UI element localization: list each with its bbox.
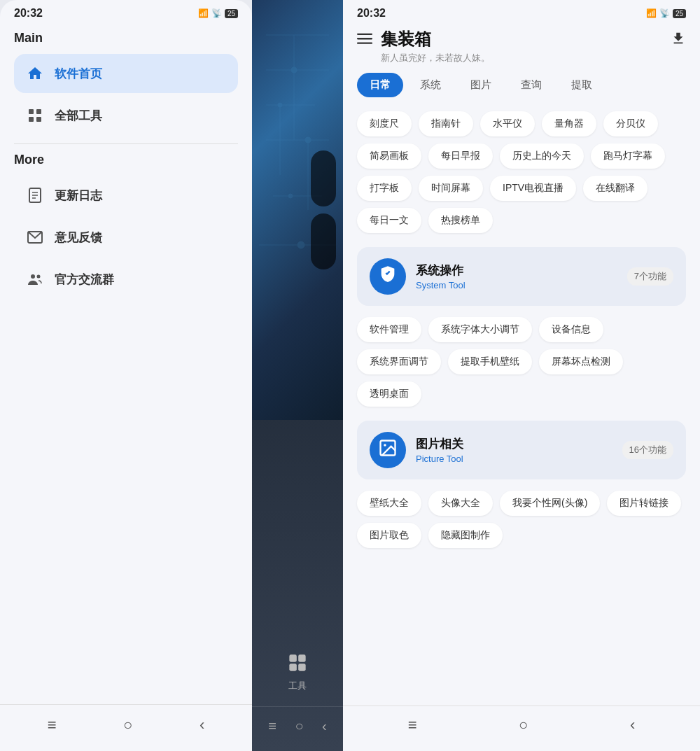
home-icon — [25, 64, 45, 83]
svg-point-33 — [384, 444, 386, 447]
pill-handle-1 — [311, 150, 336, 206]
middle-strip: 工具 ≡ ○ ‹ — [252, 0, 343, 751]
category-card-system[interactable]: 系统操作 System Tool 7个功能 — [357, 247, 686, 306]
sys-tag-chip[interactable]: 透明桌面 — [357, 381, 421, 407]
tag-chip[interactable]: 每日早报 — [428, 143, 493, 169]
tag-chip[interactable]: 打字板 — [357, 176, 412, 201]
middle-image-area — [252, 0, 343, 420]
tag-chip[interactable]: 跑马灯字幕 — [591, 143, 665, 169]
system-category-title: 系统操作 — [416, 262, 617, 279]
right-menu-nav-icon[interactable]: ≡ — [408, 716, 417, 734]
sidebar-item-community[interactable]: 官方交流群 — [14, 260, 238, 299]
svg-point-22 — [288, 194, 293, 198]
tag-chip[interactable]: 在线翻译 — [583, 176, 648, 201]
sys-tag-chip[interactable]: 设备信息 — [539, 317, 603, 342]
pic-tag-chip[interactable]: 我要个性网(头像) — [500, 491, 600, 516]
pic-tag-chip[interactable]: 图片转链接 — [607, 491, 681, 516]
left-content: Main 软件首页 全部工具 More — [0, 24, 252, 704]
svg-rect-2 — [29, 117, 34, 122]
main-section-label: Main — [14, 31, 238, 45]
picture-icon-circle — [370, 432, 406, 468]
svg-rect-27 — [289, 664, 297, 671]
menu-nav-icon[interactable]: ≡ — [48, 716, 57, 734]
system-category-count: 7个功能 — [627, 267, 673, 286]
tools-bottom-label: 工具 — [288, 680, 307, 692]
sys-tag-chip[interactable]: 系统界面调节 — [357, 349, 441, 374]
tag-chip[interactable]: 指南针 — [419, 111, 473, 136]
tag-chip[interactable]: 量角器 — [542, 111, 596, 136]
middle-tools-area: 工具 — [252, 420, 343, 706]
svg-rect-3 — [36, 117, 41, 122]
right-back-nav-icon[interactable]: ‹ — [630, 716, 635, 734]
mid-menu-icon[interactable]: ≡ — [268, 718, 276, 734]
tools-grid-icon[interactable] — [288, 653, 307, 677]
tab-system[interactable]: 系统 — [407, 73, 454, 97]
download-icon[interactable] — [671, 31, 686, 50]
left-bottom-nav: ≡ ○ ‹ — [0, 704, 252, 751]
pic-tag-chip[interactable]: 图片取色 — [357, 523, 421, 548]
sidebar-item-home[interactable]: 软件首页 — [14, 54, 238, 93]
sys-tag-chip[interactable]: 提取手机壁纸 — [448, 349, 532, 374]
left-panel: 20:32 📶 📡 25 Main 软件首页 — [0, 0, 252, 751]
sidebar-item-feedback[interactable]: 意见反馈 — [14, 218, 238, 257]
svg-point-14 — [291, 67, 297, 73]
tag-chip[interactable]: IPTV电视直播 — [490, 176, 576, 201]
shield-icon — [378, 265, 398, 288]
picture-category-text: 图片相关 Picture Tool — [416, 436, 612, 464]
feedback-icon — [25, 227, 45, 247]
back-nav-icon[interactable]: ‹ — [200, 716, 204, 734]
left-status-bar: 20:32 📶 📡 25 — [0, 0, 252, 24]
feedback-label: 意见反馈 — [55, 230, 102, 246]
middle-bg: 工具 ≡ ○ ‹ — [252, 0, 343, 751]
changelog-label: 更新日志 — [55, 188, 102, 204]
grid-icon — [25, 106, 45, 125]
sys-tag-chip[interactable]: 软件管理 — [357, 317, 421, 342]
tag-chip[interactable]: 每日一文 — [357, 208, 421, 233]
tag-chip[interactable]: 刻度尺 — [357, 111, 412, 136]
tag-chip[interactable]: 水平仪 — [480, 111, 535, 136]
sys-tag-chip[interactable]: 系统字体大小调节 — [428, 317, 532, 342]
sys-tag-chip[interactable]: 屏幕坏点检测 — [539, 349, 623, 374]
pic-tag-chip[interactable]: 头像大全 — [428, 491, 493, 516]
svg-rect-30 — [357, 38, 372, 39]
picture-category-title: 图片相关 — [416, 436, 612, 452]
picture-tags-section: 壁纸大全 头像大全 我要个性网(头像) 图片转链接 图片取色 隐藏图制作 — [357, 491, 686, 548]
tag-chip[interactable]: 时间屏幕 — [419, 176, 483, 201]
svg-rect-31 — [357, 43, 372, 44]
mid-back-icon[interactable]: ‹ — [322, 718, 327, 734]
right-signal-icon: 📶 — [646, 8, 657, 18]
category-card-picture[interactable]: 图片相关 Picture Tool 16个功能 — [357, 421, 686, 479]
pic-tag-chip[interactable]: 隐藏图制作 — [428, 523, 503, 548]
right-home-nav-icon[interactable]: ○ — [519, 716, 528, 734]
hamburger-icon[interactable] — [357, 31, 372, 50]
tag-chip[interactable]: 简易画板 — [357, 143, 421, 169]
community-icon — [25, 269, 45, 289]
tab-extract[interactable]: 提取 — [559, 73, 605, 97]
system-icon-circle — [370, 258, 406, 295]
wifi-icon: 📡 — [211, 8, 222, 18]
sidebar-item-changelog[interactable]: 更新日志 — [14, 176, 238, 215]
svg-rect-0 — [29, 109, 34, 114]
right-time: 20:32 — [357, 7, 386, 20]
tab-daily[interactable]: 日常 — [357, 73, 403, 97]
picture-category-count: 16个功能 — [622, 441, 673, 459]
tag-chip[interactable]: 分贝仪 — [603, 111, 658, 136]
right-wifi-icon: 📡 — [659, 8, 670, 18]
right-panel: 20:32 📶 📡 25 集装箱 新人虽完好，未若故人妹。 日常 系统 — [343, 0, 700, 751]
pic-tag-chip[interactable]: 壁纸大全 — [357, 491, 421, 516]
header-title-area: 集装箱 新人虽完好，未若故人妹。 — [381, 28, 662, 64]
more-section-label: More — [14, 153, 238, 167]
app-subtitle: 新人虽完好，未若故人妹。 — [381, 52, 662, 64]
tab-query[interactable]: 查询 — [508, 73, 554, 97]
tab-picture[interactable]: 图片 — [458, 73, 504, 97]
community-label: 官方交流群 — [55, 272, 114, 288]
right-bottom-nav: ≡ ○ ‹ — [343, 706, 700, 751]
tag-chip[interactable]: 热搜榜单 — [428, 208, 493, 233]
mid-home-icon[interactable]: ○ — [295, 718, 303, 734]
home-nav-icon[interactable]: ○ — [123, 716, 132, 734]
home-label: 软件首页 — [55, 66, 102, 82]
sidebar-item-tools[interactable]: 全部工具 — [14, 96, 238, 135]
tag-chip[interactable]: 历史上的今天 — [500, 143, 584, 169]
pill-handles — [311, 150, 336, 269]
right-content: 刻度尺 指南针 水平仪 量角器 分贝仪 简易画板 每日早报 历史上的今天 跑马灯… — [343, 106, 700, 706]
